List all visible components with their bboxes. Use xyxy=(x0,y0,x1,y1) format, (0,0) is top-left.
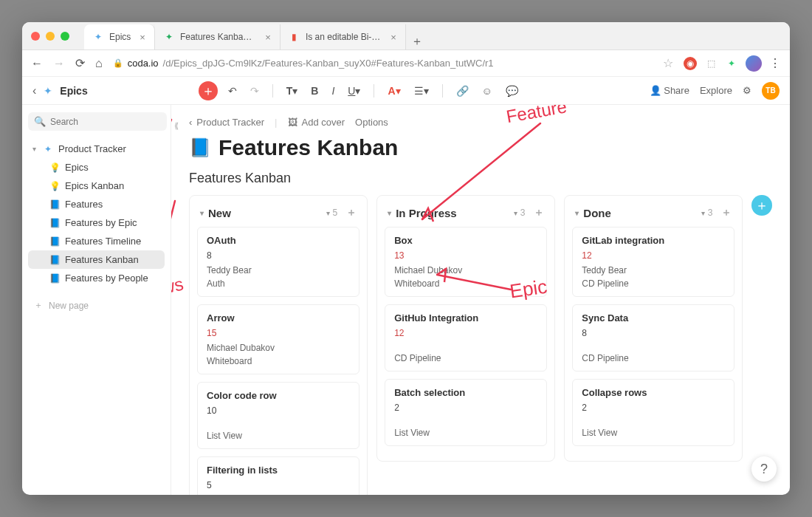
column-header[interactable]: ▾ New ▾ 5 ＋ xyxy=(197,203,359,227)
kanban-card[interactable]: Sync Data 8 CD Pipeline xyxy=(572,304,734,372)
explore-button[interactable]: Explore xyxy=(700,85,732,96)
sidebar-item[interactable]: 💡Epics Kanban xyxy=(28,177,165,195)
column-name: Done xyxy=(583,207,611,219)
search-box[interactable]: 🔍 xyxy=(28,112,167,131)
sidebar: 🔍 ⟪ ▾ ✦ Product Tracker 💡Epics💡Epics Kan… xyxy=(22,105,171,495)
extension-icons: ◉ ⬚ ✦ ⋮ xyxy=(684,55,781,72)
back-button[interactable]: ← xyxy=(31,57,43,70)
close-tab-icon[interactable]: × xyxy=(140,32,145,43)
kanban-card[interactable]: Filtering in lists 5 xyxy=(197,456,359,495)
close-window[interactable] xyxy=(31,32,40,41)
kanban-column: ▾ In Progress ▾ 3 ＋ Box 13 Michael Dubak… xyxy=(376,195,555,462)
extension-icon[interactable]: ◉ xyxy=(684,57,697,70)
emoji-button[interactable]: ☺ xyxy=(479,82,495,100)
sidebar-item[interactable]: 📘Features Kanban xyxy=(28,250,165,269)
kanban-card[interactable]: Color code row 10 List View xyxy=(197,382,359,449)
italic-button[interactable]: I xyxy=(328,82,337,100)
extension-icon[interactable]: ⬚ xyxy=(704,57,718,70)
card-person: Michael Dubakov xyxy=(207,343,350,353)
add-card-button[interactable]: ＋ xyxy=(721,206,732,219)
card-title: Arrow xyxy=(207,312,350,323)
extension-icon[interactable]: ✦ xyxy=(725,57,738,70)
reload-button[interactable]: ⟳ xyxy=(75,56,85,70)
page-emoji[interactable]: 📘 xyxy=(189,137,211,158)
sidebar-root[interactable]: ▾ ✦ Product Tracker xyxy=(28,140,165,158)
maximize-window[interactable] xyxy=(61,32,69,41)
bookmark-icon[interactable]: ☆ xyxy=(663,56,673,70)
kanban-card[interactable]: GitLab integration 12 Teddy Bear CD Pipe… xyxy=(572,227,734,297)
settings-icon[interactable]: ⚙ xyxy=(743,85,751,96)
color-button[interactable]: A▾ xyxy=(385,82,403,100)
new-tab-button[interactable]: ＋ xyxy=(406,34,428,49)
menu-icon[interactable]: ⋮ xyxy=(769,56,781,70)
text-style-button[interactable]: T▾ xyxy=(283,82,301,100)
browser-tab[interactable]: ▮Is an editable Bi-directional re× xyxy=(281,24,406,49)
browser-tab[interactable]: ✦Epics× xyxy=(84,24,155,49)
kanban-card[interactable]: Collapse rows 2 List View xyxy=(572,379,734,446)
undo-button[interactable]: ↶ xyxy=(225,82,240,100)
sidebar-item-label: Features xyxy=(65,199,103,210)
card-tag: Whiteboard xyxy=(394,278,537,289)
card-tag: List View xyxy=(582,428,725,438)
doc-back-button[interactable]: ‹ xyxy=(32,84,36,97)
sidebar-item[interactable]: 📘Features by People xyxy=(28,269,165,287)
search-input[interactable] xyxy=(50,117,161,127)
help-button[interactable]: ? xyxy=(751,456,777,482)
column-count: ▾ 5 xyxy=(326,208,337,218)
redo-button[interactable]: ↷ xyxy=(247,82,262,100)
sidebar-item-label: Features Timeline xyxy=(65,236,141,247)
column-name: In Progress xyxy=(396,207,457,219)
minimize-window[interactable] xyxy=(46,32,55,41)
sidebar-item[interactable]: 💡Epics xyxy=(28,158,165,177)
doc-icon: ✦ xyxy=(44,85,52,97)
add-card-button[interactable]: ＋ xyxy=(534,206,544,219)
link-button[interactable]: 🔗 xyxy=(453,82,472,100)
kanban-card[interactable]: Arrow 15 Michael Dubakov Whiteboard xyxy=(197,304,359,374)
close-tab-icon[interactable]: × xyxy=(265,32,271,43)
card-number: 15 xyxy=(207,328,350,338)
url-domain: coda.io xyxy=(128,58,159,69)
bulb-icon: 💡 xyxy=(49,162,61,173)
browser-tab[interactable]: ✦Features Kanban | Fibery× xyxy=(155,24,281,49)
kanban-card[interactable]: GitHub Integration 12 CD Pipeline xyxy=(385,304,547,372)
column-header[interactable]: ▾ Done ▾ 3 ＋ xyxy=(572,203,734,227)
share-button[interactable]: 👤 Share xyxy=(650,85,689,96)
new-page-button[interactable]: ＋ New page xyxy=(28,293,165,318)
tab-favicon: ✦ xyxy=(93,32,103,42)
svg-text:Views: Views xyxy=(171,273,185,303)
sidebar-item[interactable]: 📘Features Timeline xyxy=(28,232,165,250)
kanban-card[interactable]: Batch selection 2 List View xyxy=(385,379,547,446)
align-button[interactable]: ☰▾ xyxy=(411,82,432,100)
add-column-button[interactable]: ＋ xyxy=(751,195,772,216)
url-path: /d/Epics_dpJG-Cm9lKz/Features-Kanban_suy… xyxy=(163,58,494,69)
page-title[interactable]: Features Kanban xyxy=(219,135,398,160)
forward-button[interactable]: → xyxy=(53,57,65,70)
home-button[interactable]: ⌂ xyxy=(95,57,103,70)
card-number: 5 xyxy=(207,480,350,490)
options-button[interactable]: Options xyxy=(355,117,388,128)
card-title: OAuth xyxy=(207,235,350,246)
card-number: 8 xyxy=(207,250,350,261)
sidebar-item-label: Features by People xyxy=(65,273,148,284)
column-header[interactable]: ▾ In Progress ▾ 3 ＋ xyxy=(385,203,547,227)
breadcrumb[interactable]: ‹ Product Tracker xyxy=(189,117,264,128)
underline-button[interactable]: U▾ xyxy=(345,82,363,100)
card-tag: CD Pipeline xyxy=(582,353,725,363)
add-cover-button[interactable]: 🖼 Add cover xyxy=(288,117,345,128)
profile-avatar[interactable] xyxy=(746,55,762,72)
sidebar-item[interactable]: 📘Features xyxy=(28,195,165,213)
card-tag: CD Pipeline xyxy=(394,353,537,363)
comment-button[interactable]: 💬 xyxy=(503,82,521,100)
sidebar-item[interactable]: 📘Features by Epic xyxy=(28,213,165,232)
kanban-card[interactable]: OAuth 8 Teddy Bear Auth xyxy=(197,227,359,297)
url-field[interactable]: 🔒 coda.io/d/Epics_dpJG-Cm9lKz/Features-K… xyxy=(113,58,653,69)
column-count: ▾ 3 xyxy=(514,208,525,218)
add-button[interactable]: ＋ xyxy=(199,81,218,100)
bold-button[interactable]: B xyxy=(308,82,321,100)
chevron-down-icon: ▾ xyxy=(32,145,36,153)
user-avatar[interactable]: TB xyxy=(762,82,780,100)
card-number: 12 xyxy=(394,328,537,338)
add-card-button[interactable]: ＋ xyxy=(346,206,357,219)
kanban-card[interactable]: Box 13 Michael Dubakov Whiteboard xyxy=(385,227,547,297)
close-tab-icon[interactable]: × xyxy=(390,32,396,43)
